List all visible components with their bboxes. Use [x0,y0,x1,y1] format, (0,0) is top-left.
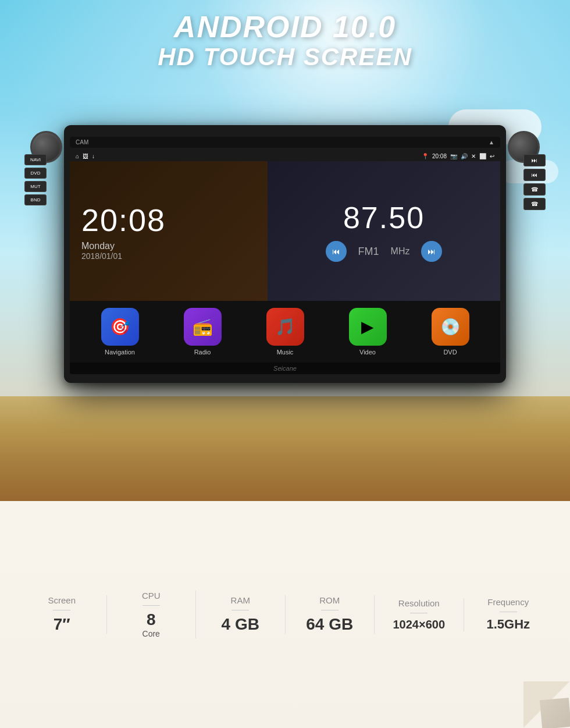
spec-rom-label: ROM [319,595,340,605]
location-icon: 📍 [422,153,429,159]
radio-controls: ⏮ FM1 MHz ⏭ [326,241,443,262]
video-app-label: Video [359,349,376,356]
clock-section: 20:08 Monday 2018/01/01 [70,161,268,301]
dvd-app-label: DVD [443,349,457,356]
cam-label: CAM [76,139,88,145]
nav-app-label: Navigation [105,349,135,356]
android-status-bar: ⌂ 🖼 ↓ 📍 20:08 📷 🔊 ✕ ⬜ ↩ [70,151,500,161]
dvd-app-image: 💿 [432,308,469,346]
radio-section: 87.50 ⏮ FM1 MHz ⏭ [268,161,500,301]
camera-icon: 📷 [450,153,457,159]
title-line1: ANDROID 10.0 [0,10,570,44]
spec-rom-value: 64 GB [306,615,353,634]
radio-app-icon[interactable]: 📻 Radio [184,308,222,356]
radio-frequency: 87.50 [343,200,425,235]
radio-prev-button[interactable]: ⏮ [326,241,347,262]
spec-frequency: Frequency 1.5GHz [464,597,553,632]
spec-resolution-label: Resolution [398,598,440,608]
radio-mhz: MHz [391,246,410,257]
spec-divider-0 [53,610,70,610]
spec-screen: Screen 7″ [17,595,107,634]
download-icon: ↓ [92,153,95,159]
radio-next-button[interactable]: ⏭ [421,241,442,262]
mute-button[interactable]: MUT [24,181,47,192]
clock-day: Monday [81,241,256,251]
main-display-area: 20:08 Monday 2018/01/01 87.50 ⏮ FM1 MHz … [70,161,500,301]
spec-ram-label: RAM [231,595,250,605]
top-bar: CAM ▲ [70,137,500,148]
spec-cpu-value: 8 [147,610,156,629]
spec-divider-2 [231,610,249,610]
close-icon[interactable]: ✕ [471,153,476,159]
status-time: 20:08 [432,153,447,159]
band-button[interactable]: BND [24,194,47,205]
spec-divider-1 [142,605,160,606]
nav-app-image: 🎯 [101,308,139,346]
eject-button[interactable]: ▲ [489,139,494,145]
call-button[interactable]: ☎ [523,183,546,196]
music-app-icon[interactable]: 🎵 Music [266,308,304,356]
back-icon[interactable]: ↩ [490,153,494,159]
status-left-icons: ⌂ 🖼 ↓ [76,153,95,159]
status-right-icons: 📍 20:08 📷 🔊 ✕ ⬜ ↩ [422,153,494,159]
spec-screen-label: Screen [48,595,76,605]
skip-forward-button[interactable]: ⏭ [523,154,546,166]
stereo-outer: NAVI DVD MUT BND ⏭ ⏮ ☎ ☎ CAM ▲ ⌂ 🖼 [64,125,506,383]
spec-ram: RAM 4 GB [196,595,286,634]
spec-ram-value: 4 GB [222,615,259,634]
title-line2: HD TOUCH SCREEN [0,44,570,70]
home-icon[interactable]: ⌂ [76,153,79,159]
spec-cpu-sub: Core [142,629,160,638]
spec-frequency-value: 1.5GHz [486,617,530,632]
spec-divider-5 [500,612,517,612]
spec-resolution-value: 1024×600 [393,618,445,631]
skip-back-button[interactable]: ⏮ [523,169,546,181]
nav-app-icon[interactable]: 🎯 Navigation [101,308,139,356]
left-controls: NAVI DVD MUT BND [24,154,47,205]
main-screen: ⌂ 🖼 ↓ 📍 20:08 📷 🔊 ✕ ⬜ ↩ 20:08 [70,151,500,374]
seicane-watermark: Seicane [70,363,500,374]
specs-grid: Screen 7″ CPU 8 Core RAM 4 GB ROM 64 GB … [0,501,570,728]
specs-section: Screen 7″ CPU 8 Core RAM 4 GB ROM 64 GB … [0,501,570,728]
table-surface [0,396,570,501]
music-app-image: 🎵 [266,308,304,346]
spec-cpu-label: CPU [142,591,161,601]
spec-screen-value: 7″ [54,615,70,634]
spec-rom: ROM 64 GB [286,595,375,634]
navi-button[interactable]: NAVI [24,154,47,165]
radio-app-label: Radio [194,349,211,356]
spec-divider-4 [410,613,428,613]
spec-resolution: Resolution 1024×600 [375,598,464,631]
clock-date: 2018/01/01 [81,251,256,261]
radio-app-image: 📻 [184,308,222,346]
stereo-unit: NAVI DVD MUT BND ⏭ ⏮ ☎ ☎ CAM ▲ ⌂ 🖼 [64,125,506,383]
music-app-label: Music [277,349,294,356]
spec-cpu: CPU 8 Core [107,591,197,638]
apps-row: 🎯 Navigation 📻 Radio 🎵 Music ▶ Video 💿 [70,301,500,363]
right-controls: ⏭ ⏮ ☎ ☎ [523,154,546,210]
video-app-image: ▶ [349,308,387,346]
video-app-icon[interactable]: ▶ Video [349,308,387,356]
volume-icon: 🔊 [461,153,468,159]
radio-band: FM1 [358,246,379,258]
paper-curl [523,681,570,728]
title-section: ANDROID 10.0 HD TOUCH SCREEN [0,10,570,70]
spec-frequency-label: Frequency [487,597,529,607]
end-call-button[interactable]: ☎ [523,198,546,210]
dvd-button[interactable]: DVD [24,168,47,179]
watermark-text: Seicane [273,365,297,372]
dvd-app-icon[interactable]: 💿 DVD [432,308,469,356]
screen-icon: ⬜ [479,153,486,159]
gallery-icon: 🖼 [83,153,88,159]
spec-divider-3 [321,610,339,610]
clock-time: 20:08 [81,202,256,238]
